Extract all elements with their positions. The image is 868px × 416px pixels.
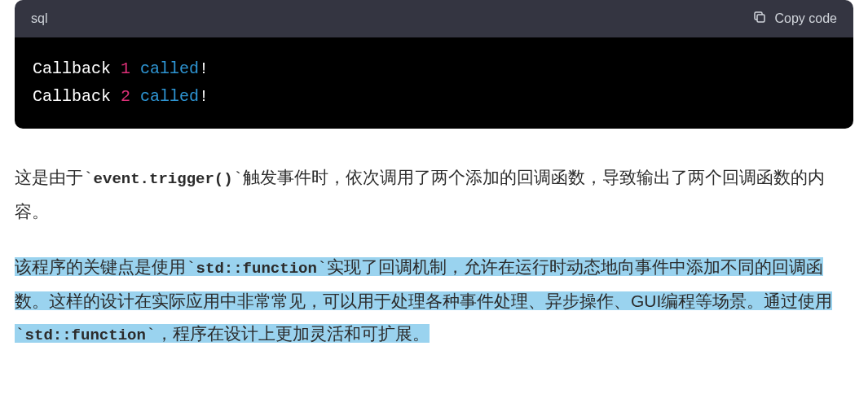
- backtick: `: [146, 326, 156, 344]
- clipboard-icon: [752, 10, 767, 28]
- text-fragment: ，程序在设计上更加灵活和可扩展。: [156, 324, 430, 343]
- text-fragment: 该程序的关键点是使用: [15, 257, 186, 276]
- copy-code-label: Copy code: [775, 11, 838, 26]
- code-token-keyword: called: [130, 59, 199, 78]
- code-token-text: !: [199, 87, 209, 106]
- content-container: sql Copy code Callback 1 called! Callbac…: [0, 0, 868, 366]
- inline-code: event.trigger(): [94, 170, 233, 188]
- backtick: `: [233, 169, 244, 188]
- explanation-paragraph-1: 这是由于`event.trigger()`触发事件时，依次调用了两个添加的回调函…: [15, 161, 853, 228]
- code-token-number: 1: [121, 59, 130, 78]
- backtick: `: [15, 326, 25, 344]
- text-fragment: 这是由于: [15, 168, 83, 186]
- code-token-text: !: [199, 59, 209, 78]
- code-language-label: sql: [31, 11, 47, 26]
- inline-code: std::function: [25, 326, 146, 344]
- code-token-number: 2: [121, 87, 130, 106]
- inline-code: std::function: [196, 260, 317, 278]
- code-line: Callback 1 called!: [33, 55, 835, 83]
- copy-code-button[interactable]: Copy code: [752, 10, 838, 28]
- code-line: Callback 2 called!: [33, 83, 835, 111]
- backtick: `: [317, 259, 328, 278]
- backtick: `: [186, 259, 196, 278]
- code-block: sql Copy code Callback 1 called! Callbac…: [15, 0, 853, 129]
- explanation-paragraph-2-wrapper: 该程序的关键点是使用`std::function`实现了回调机制，允许在运行时动…: [15, 251, 853, 352]
- code-token-keyword: called: [130, 87, 199, 106]
- code-body: Callback 1 called! Callback 2 called!: [15, 37, 853, 129]
- svg-rect-0: [757, 15, 764, 22]
- code-token-text: Callback: [33, 59, 121, 78]
- backtick: `: [83, 169, 94, 188]
- code-token-text: Callback: [33, 87, 121, 106]
- code-header: sql Copy code: [15, 0, 853, 37]
- explanation-paragraph-2: 该程序的关键点是使用`std::function`实现了回调机制，允许在运行时动…: [15, 257, 832, 343]
